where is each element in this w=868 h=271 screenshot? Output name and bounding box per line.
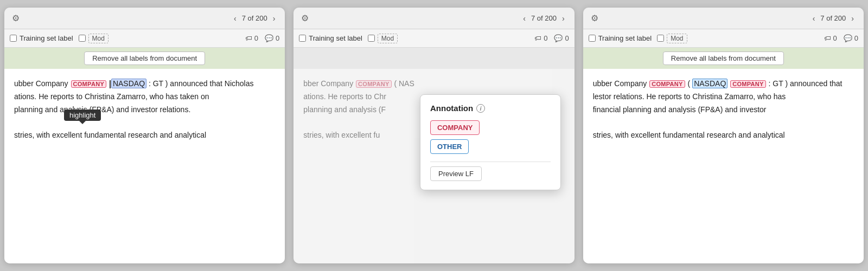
page-info-1: 7 of 200 [242, 14, 267, 22]
gear-icon-3[interactable]: ⚙ [591, 13, 598, 23]
prev-btn-1[interactable]: ‹ [232, 13, 239, 24]
mod-checkbox-1[interactable] [79, 35, 86, 42]
mod-badge-3: Mod [667, 34, 687, 43]
annotation-title: Annotation i [430, 104, 551, 113]
mod-badge-2: Mod [378, 34, 398, 43]
panel-1: ⚙ ‹ 7 of 200 › Training set label Mod 🏷 … [4, 8, 285, 263]
option-other-btn[interactable]: OTHER [430, 139, 469, 154]
company-tag-3: COMPANY [649, 80, 685, 88]
preview-lf-btn[interactable]: Preview LF [430, 166, 482, 181]
next-btn-3[interactable]: › [849, 13, 856, 24]
comment-count-1: 💬 0 [265, 34, 279, 42]
doc-content-3: ubber Company COMPANY ( NASDAQ COMPANY :… [583, 69, 864, 263]
remove-labels-btn-1[interactable]: Remove all labels from document [84, 51, 205, 65]
prev-btn-3[interactable]: ‹ [810, 13, 818, 24]
mod-badge-1: Mod [88, 34, 108, 43]
toolbar-2: ⚙ ‹ 7 of 200 › [293, 8, 574, 29]
toolbar-3: ⚙ ‹ 7 of 200 › [583, 8, 864, 29]
panel-3: ⚙ ‹ 7 of 200 › Training set label Mod 🏷 … [583, 8, 864, 263]
tag-count-3: 🏷 0 [824, 34, 837, 42]
training-label-2[interactable]: Training set label [299, 34, 362, 42]
annotation-popup: Annotation i COMPANY OTHER Preview LF [420, 94, 561, 190]
training-checkbox-2[interactable] [299, 35, 306, 42]
toolbar-1: ⚙ ‹ 7 of 200 › [4, 8, 285, 29]
gear-icon-1[interactable]: ⚙ [12, 13, 20, 23]
nasdaq-highlight: NASDAQ [111, 79, 146, 88]
annotation-options: COMPANY OTHER [430, 120, 551, 154]
info-icon: i [476, 104, 485, 113]
company-tag-2: COMPANY [356, 80, 392, 88]
training-label-1[interactable]: Training set label [10, 34, 73, 42]
annotation-divider [430, 162, 551, 162]
option-company-btn[interactable]: COMPANY [430, 120, 480, 135]
page-info-2: 7 of 200 [531, 14, 557, 22]
label-bar-3: Training set label Mod 🏷 0 💬 0 [583, 29, 864, 48]
prev-btn-2[interactable]: ‹ [521, 13, 528, 24]
next-btn-2[interactable]: › [560, 13, 567, 24]
page-info-3: 7 of 200 [820, 14, 846, 22]
panel-2: ⚙ ‹ 7 of 200 › Training set label Mod 🏷 … [293, 8, 574, 263]
tag-count-2: 🏷 0 [534, 34, 547, 42]
doc-content-1: ubber Company COMPANY NASDAQ : GT ) anno… [4, 69, 285, 263]
comment-count-2: 💬 0 [554, 34, 569, 42]
remove-labels-btn-3[interactable]: Remove all labels from document [663, 51, 784, 65]
label-bar-1: Training set label Mod 🏷 0 💬 0 [4, 29, 285, 48]
training-checkbox-1[interactable] [10, 35, 17, 42]
gear-icon-2[interactable]: ⚙ [301, 13, 309, 23]
company-tag-1: COMPANY [71, 80, 107, 88]
training-checkbox-3[interactable] [589, 35, 596, 42]
mod-label-2[interactable]: Mod [368, 34, 398, 43]
next-btn-1[interactable]: › [271, 13, 278, 24]
training-label-3[interactable]: Training set label [589, 34, 652, 42]
action-bar-3: Remove all labels from document [583, 48, 864, 69]
company-tag-3b: COMPANY [730, 80, 766, 88]
mod-label-3[interactable]: Mod [657, 34, 687, 43]
comment-count-3: 💬 0 [844, 34, 858, 42]
mod-label-1[interactable]: Mod [79, 34, 108, 43]
label-bar-2: Training set label Mod 🏷 0 💬 0 [293, 29, 574, 48]
mod-checkbox-3[interactable] [657, 35, 664, 42]
action-bar-1: Remove all labels from document [4, 48, 285, 69]
nasdaq-selected: NASDAQ [692, 79, 727, 88]
mod-checkbox-2[interactable] [368, 35, 375, 42]
tag-count-1: 🏷 0 [245, 34, 258, 42]
